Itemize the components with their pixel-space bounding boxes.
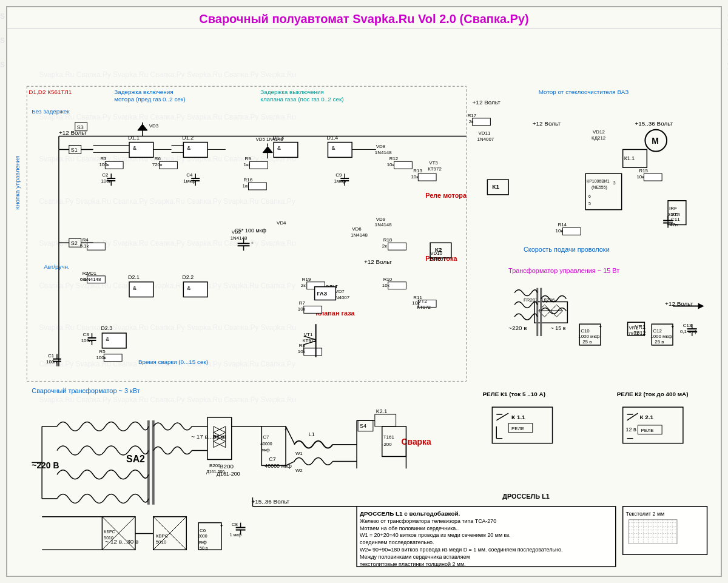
svg-rect-81 [394,161,413,169]
svg-text:C10: C10 [581,328,590,334]
svg-text:10к: 10к [382,283,390,288]
svg-text:2к: 2к [382,243,387,249]
svg-rect-84 [418,174,436,181]
svg-text:1000 мкф: 1000 мкф [578,334,600,339]
svg-rect-72 [249,161,268,169]
plus12v-3-label: +15..36 Вольт [635,120,673,127]
svg-text:R18: R18 [383,237,393,243]
svg-text:D1.4: D1.4 [326,135,338,141]
svg-line-330 [286,426,295,445]
svg-text:D2.3: D2.3 [101,325,112,331]
svg-text:C13: C13 [683,323,692,328]
svg-text:W1: W1 [295,451,303,456]
svg-text:Свапка.Ру  Svapka.Ru  Свапка.Р: Свапка.Ру Svapka.Ru Свапка.Ру Svapka.Ru … [39,197,295,206]
bez-zaderzhek-label: Без задержек [32,108,70,115]
svg-rect-75 [388,282,406,289]
svg-text:Между половинками сердечника в: Между половинками сердечника вставляем [360,554,470,560]
svg-rect-254 [375,414,396,426]
svg-text:VT3: VT3 [429,160,438,166]
schematic-diagram: Svapka.Ru Свапка.Ру Svapka.Ru Свапка.Ру … [7,29,721,571]
svg-text:Svapka.Ru  Свапка.Ру  Svapka.R: Svapka.Ru Свапка.Ру Svapka.Ru Свапка.Ру … [39,113,296,121]
svg-text:R9: R9 [245,156,252,161]
svg-marker-344 [698,303,704,309]
svg-text:1мкф: 1мкф [334,178,346,184]
svark-transf-label: Сварочный трансформатор ~ 3 кВт [32,387,140,394]
svg-text:B200: B200 [209,463,221,468]
svg-text:S4: S4 [360,423,366,429]
svg-text:R12: R12 [389,156,399,161]
svg-text:&: & [187,285,190,291]
svg-text:W2= 90+90=180 витков провода и: W2= 90+90=180 витков провода из меди D =… [360,547,562,553]
svg-text:(NE555): (NE555) [592,185,607,190]
svg-text:соединяем последовательно.: соединяем последовательно. [360,539,434,545]
svg-text:100п: 100п [101,178,112,184]
svg-text:5010: 5010 [156,539,167,545]
svg-rect-96 [473,118,491,126]
svg-text:Железо от трансформатора телев: Железо от трансформатора телевизора типа… [360,518,496,524]
page-title: Сварочный полуавтомат Svapka.Ru Vol 2.0 … [7,7,721,29]
svg-text:100к: 100к [96,355,106,360]
svg-text:R3: R3 [100,156,107,161]
svg-text:5010: 5010 [104,536,113,540]
svg-text:К 2.1: К 2.1 [639,414,653,420]
svg-rect-57 [87,243,106,250]
zaderzhka-motor-label2: мотора (пред газ 0..2 сек) [114,96,185,103]
svg-text:C9: C9 [335,172,342,178]
rele-motora-label: Реле мотора [425,192,467,199]
svg-text:1мкф: 1мкф [183,178,195,184]
svg-text:1 мкф: 1 мкф [230,533,242,538]
svg-text:Svapka.Ru  Свапка.Ру  Svapka.R: Svapka.Ru Свапка.Ру Svapka.Ru Свапка.Ру … [39,239,296,248]
svg-text:M: M [652,136,659,146]
svg-text:Svapka.Ru  Свапка.Ру  Svapka.R: Svapka.Ru Свапка.Ру Svapka.Ru Свапка.Ру … [39,396,296,404]
svg-text:2к: 2к [301,283,306,288]
b200-label: B200 [220,463,234,470]
svg-text:R4: R4 [83,237,89,243]
svg-text:R8: R8 [299,343,306,348]
svg-marker-163 [138,124,147,130]
svg-text:C11: C11 [671,217,680,222]
svg-text:+: + [220,523,223,529]
svg-text:мкф: мкф [198,540,207,545]
svg-rect-63 [104,354,122,362]
svg-text:IRF: IRF [669,206,677,211]
svg-text:&: & [106,336,109,342]
svg-text:10к: 10к [636,174,644,180]
svg-text:R7: R7 [299,300,305,306]
svg-text:100к: 100к [99,162,109,167]
motor-title-label: Мотор от стеклоочистителя ВАЗ [539,89,629,95]
avt-ruchn-label: Авт/ручн. [44,263,70,270]
svg-text:+: + [671,324,674,330]
svg-text:C2: C2 [102,172,108,178]
svg-text:D2.1: D2.1 [128,274,140,280]
svg-text:S2: S2 [71,240,78,246]
svg-text:К1: К1 [492,183,499,190]
svg-text:К2: К2 [435,246,442,253]
svg-text:10к: 10к [556,228,564,234]
svg-text:100п: 100п [46,359,57,365]
vremya-svarki-label: Время сварки (0...15 сек) [138,359,208,365]
plus12v-relay-label: +12 Вольт [364,258,393,265]
svg-text:VD4: VD4 [277,220,286,226]
svg-text:R10: R10 [383,277,393,282]
svg-text:РЕЛЕ: РЕЛЕ [641,428,653,433]
knopka-label: Кнопка управления [14,156,21,210]
svg-text:Д161-200: Д161-200 [206,470,224,474]
svg-text:S1: S1 [71,147,78,153]
svg-text:D1.1: D1.1 [128,135,140,141]
sa2-label: SA2 [126,454,145,464]
zaderzhka-klapan-label2: клапана газа (пос газ 0..2 сек) [260,96,343,103]
svg-rect-99 [388,243,406,250]
svg-text:12 в: 12 в [626,426,636,433]
svg-text:S3: S3 [77,124,84,130]
svg-text:D1.2: D1.2 [182,135,194,141]
svg-text:0,1 мкф: 0,1 мкф [680,329,698,334]
svg-text:&: & [187,145,190,151]
svg-text:1N4148: 1N4148 [351,232,368,238]
svg-text:C1: C1 [48,353,55,359]
svg-text:R6: R6 [155,156,161,161]
svg-text:1000 мкф: 1000 мкф [650,334,672,339]
svg-text:25 в: 25 в [655,339,664,345]
svg-text:100п: 100п [81,338,92,343]
svg-text:~ 15 в: ~ 15 в [551,325,566,331]
svg-text:Свапка.Ру  Svapka.Ru  Свапка.Р: Свапка.Ру Svapka.Ru Свапка.Ру Svapka.Ru … [39,281,295,290]
